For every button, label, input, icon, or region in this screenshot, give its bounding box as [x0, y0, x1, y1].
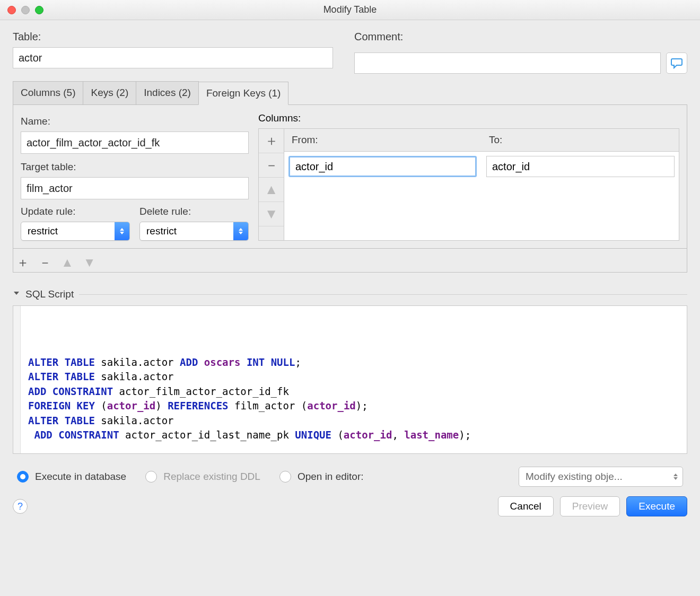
to-column-header: To: — [482, 129, 679, 151]
remove-column-mapping-button[interactable]: － — [259, 153, 284, 178]
replace-existing-ddl-label: Replace existing DDL — [163, 471, 260, 483]
cancel-button[interactable]: Cancel — [498, 496, 554, 516]
radio-unchecked-icon — [145, 471, 157, 483]
execute-in-database-option[interactable]: Execute in database — [17, 471, 126, 483]
delete-rule-select[interactable]: restrict — [139, 222, 249, 241]
move-down-button: ▼ — [259, 202, 284, 226]
comment-input[interactable] — [354, 52, 661, 74]
preview-button: Preview — [560, 496, 620, 516]
sql-script-title: SQL Script — [25, 288, 74, 300]
fk-name-label: Name: — [21, 116, 249, 127]
tab-foreign-keys[interactable]: Foreign Keys (1) — [198, 82, 288, 105]
fk-name-input[interactable] — [21, 132, 249, 154]
tab-indices[interactable]: Indices (2) — [136, 81, 199, 104]
tabs: Columns (5) Keys (2) Indices (2) Foreign… — [13, 81, 687, 105]
radio-checked-icon — [17, 471, 29, 483]
columns-toolbar: ＋ － ▲ ▼ — [259, 129, 284, 240]
move-fk-down-button: ▼ — [83, 255, 96, 270]
remove-fk-button[interactable]: － — [39, 254, 51, 271]
update-rule-label: Update rule: — [21, 206, 130, 217]
target-table-label: Target table: — [21, 161, 249, 173]
replace-existing-ddl-option: Replace existing DDL — [145, 471, 260, 483]
columns-mapping-box: ＋ － ▲ ▼ From: To: — [258, 128, 679, 241]
from-column-header: From: — [284, 129, 482, 151]
help-button[interactable]: ? — [13, 499, 28, 514]
disclosure-triangle-icon[interactable] — [13, 289, 20, 300]
add-column-mapping-button[interactable]: ＋ — [259, 129, 284, 153]
column-mapping-row — [284, 152, 679, 181]
window-title: Modify Table — [0, 4, 700, 15]
tab-keys[interactable]: Keys (2) — [83, 81, 136, 104]
sql-content: ALTER TABLE sakila.actor ADD oscars INT … — [28, 355, 680, 443]
fk-list-toolbar: ＋ － ▲ ▼ — [13, 249, 687, 273]
add-fk-button[interactable]: ＋ — [16, 254, 29, 271]
editor-target-value: Modify existing obje... — [526, 471, 673, 483]
execute-button[interactable]: Execute — [626, 496, 687, 516]
radio-unchecked-icon — [279, 471, 291, 483]
update-rule-value: restrict — [21, 225, 115, 237]
target-table-input[interactable] — [21, 177, 249, 199]
foreign-keys-panel: Name: Target table: Update rule: restric… — [13, 105, 687, 249]
move-fk-up-button: ▲ — [61, 255, 74, 270]
comment-label: Comment: — [354, 31, 687, 43]
columns-label: Columns: — [258, 112, 679, 124]
divider — [79, 294, 687, 295]
titlebar: Modify Table — [0, 0, 700, 20]
from-column-input[interactable] — [288, 156, 477, 177]
open-in-editor-option[interactable]: Open in editor: — [279, 471, 364, 483]
chevron-updown-icon — [115, 222, 129, 240]
tab-columns[interactable]: Columns (5) — [13, 81, 83, 104]
to-column-input[interactable] — [486, 156, 675, 177]
editor-target-combo[interactable]: Modify existing obje... — [519, 467, 683, 487]
open-in-editor-label: Open in editor: — [298, 471, 364, 483]
delete-rule-label: Delete rule: — [139, 206, 249, 217]
options-row: Execute in database Replace existing DDL… — [13, 467, 687, 487]
footer: ? Cancel Preview Execute — [0, 487, 700, 526]
comment-icon-button[interactable] — [666, 52, 687, 74]
chevron-updown-icon — [233, 222, 248, 240]
table-name-input[interactable] — [13, 47, 333, 68]
table-label: Table: — [13, 31, 333, 43]
speech-bubble-icon — [670, 57, 683, 69]
execute-in-database-label: Execute in database — [35, 471, 126, 483]
gutter — [13, 306, 21, 453]
move-up-button: ▲ — [259, 178, 284, 202]
update-rule-select[interactable]: restrict — [21, 222, 130, 241]
delete-rule-value: restrict — [140, 225, 233, 237]
chevron-updown-icon — [673, 474, 678, 480]
sql-script-editor[interactable]: ALTER TABLE sakila.actor ADD oscars INT … — [13, 305, 687, 454]
